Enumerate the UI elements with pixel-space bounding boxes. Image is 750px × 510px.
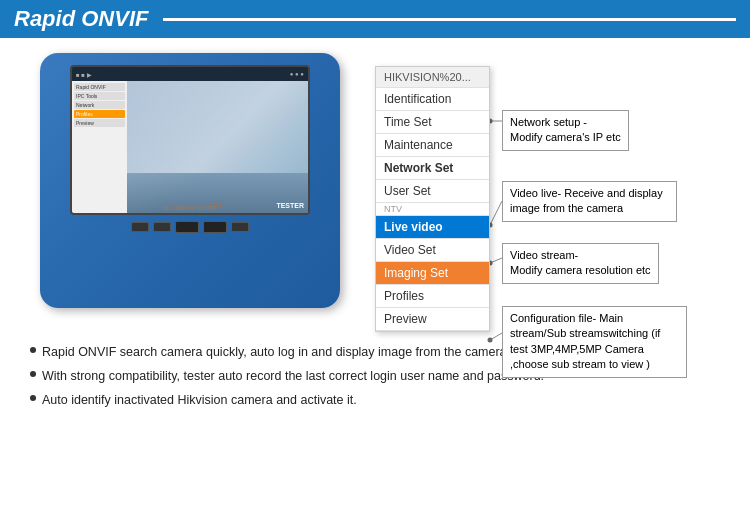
device-body: ■ ■ ▶ ● ● ● Rapid ONVIF IPC Tools Networ… bbox=[40, 53, 340, 308]
menu-item-timeset[interactable]: Time Set bbox=[376, 111, 489, 134]
annotation-video-stream: Video stream-Modify camera resolution et… bbox=[502, 243, 659, 284]
menu-item-networkset[interactable]: Network Set bbox=[376, 157, 489, 180]
screen-sidebar-item-active: Profiles bbox=[74, 110, 125, 118]
screen-topbar: ■ ■ ▶ ● ● ● bbox=[72, 67, 308, 81]
annotation-network-text: Network setup -Modify camera's IP etc bbox=[510, 116, 621, 143]
annotation-network-setup: Network setup -Modify camera's IP etc bbox=[502, 110, 629, 151]
menu-item-profiles[interactable]: Profiles bbox=[376, 285, 489, 308]
bullet-text-1: Rapid ONVIF search camera quickly, auto … bbox=[42, 343, 507, 361]
bullet-dot-2 bbox=[30, 371, 36, 377]
screen-sidebar-item: IPC Tools bbox=[74, 92, 125, 100]
menu-item-preview[interactable]: Preview bbox=[376, 308, 489, 331]
screen-tester-label: TESTER bbox=[276, 202, 304, 209]
main-content: ■ ■ ▶ ● ● ● Rapid ONVIF IPC Tools Networ… bbox=[0, 38, 750, 328]
annotation-video-text: Video stream-Modify camera resolution et… bbox=[510, 249, 651, 276]
menu-item-identification[interactable]: Identification bbox=[376, 88, 489, 111]
menu-item-hikvision[interactable]: HIKVISION%20... bbox=[376, 67, 489, 88]
device-port-1 bbox=[131, 222, 149, 232]
screen-sidebar: Rapid ONVIF IPC Tools Network Profiles P… bbox=[72, 81, 127, 213]
device-illustration: ■ ■ ▶ ● ● ● Rapid ONVIF IPC Tools Networ… bbox=[20, 48, 360, 318]
screen-sidebar-item: Rapid ONVIF bbox=[74, 83, 125, 91]
bullet-text-2: With strong compatibility, tester auto r… bbox=[42, 367, 544, 385]
menu-item-maintenance[interactable]: Maintenance bbox=[376, 134, 489, 157]
screen-sidebar-item: Preview bbox=[74, 119, 125, 127]
device-port-4 bbox=[203, 221, 227, 233]
menu-item-livevideo[interactable]: Live video bbox=[376, 216, 489, 239]
device-ports bbox=[131, 221, 249, 233]
menu-label-ntv: NTV bbox=[376, 203, 489, 216]
annotation-live-video: Video live- Receive and display image fr… bbox=[502, 181, 677, 222]
annotation-profiles-text: Configuration file- Main stream/Sub stre… bbox=[510, 312, 660, 370]
bullet-item-3: Auto identify inactivated Hikvision came… bbox=[30, 391, 720, 409]
bullet-text-3: Auto identify inactivated Hikvision came… bbox=[42, 391, 357, 409]
ip-camera-label: IP CAMERA TESTER bbox=[163, 205, 217, 211]
menu-item-videoset[interactable]: Video Set bbox=[376, 239, 489, 262]
device-port-2 bbox=[153, 222, 171, 232]
screen-sidebar-item: Network bbox=[74, 101, 125, 109]
device-port-5 bbox=[231, 222, 249, 232]
header-bar: Rapid ONVIF bbox=[0, 0, 750, 38]
bullet-dot-3 bbox=[30, 395, 36, 401]
onvif-menu-dropdown: HIKVISION%20... Identification Time Set … bbox=[375, 66, 490, 332]
menu-item-imagingset[interactable]: Imaging Set bbox=[376, 262, 489, 285]
device-screen: ■ ■ ▶ ● ● ● Rapid ONVIF IPC Tools Networ… bbox=[70, 65, 310, 215]
svg-line-2 bbox=[490, 258, 502, 263]
bullet-dot-1 bbox=[30, 347, 36, 353]
screen-camera-view: TESTER IPC bbox=[127, 81, 308, 213]
header-divider bbox=[163, 18, 736, 21]
menu-item-userset[interactable]: User Set bbox=[376, 180, 489, 203]
svg-line-1 bbox=[490, 201, 502, 225]
page-title: Rapid ONVIF bbox=[14, 6, 148, 32]
annotation-profiles: Configuration file- Main stream/Sub stre… bbox=[502, 306, 687, 378]
annotation-live-text: Video live- Receive and display image fr… bbox=[510, 187, 663, 214]
device-port-3 bbox=[175, 221, 199, 233]
